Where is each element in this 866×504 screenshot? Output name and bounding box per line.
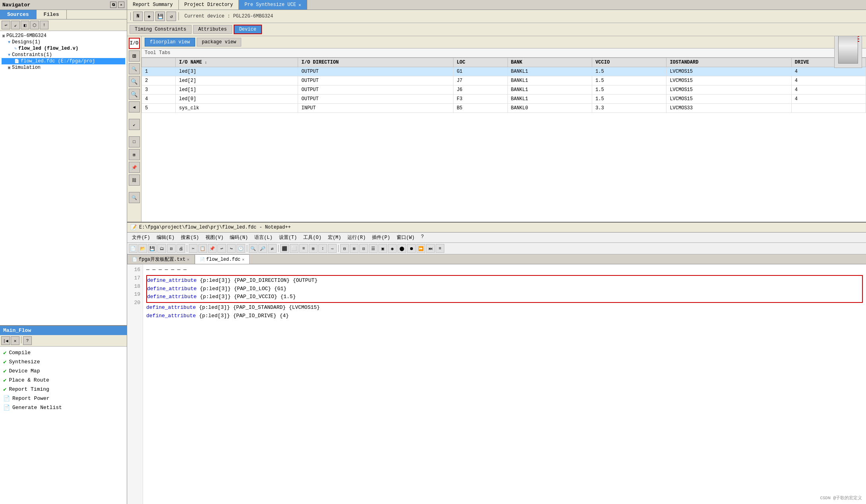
menu-search[interactable]: 搜索(S) — [178, 233, 202, 242]
flow-report-timing[interactable]: ✔ Report Timing — [2, 385, 125, 394]
tb-warn-btn[interactable]: ! — [40, 21, 48, 29]
pin-btn[interactable]: 📌 — [129, 162, 140, 173]
io-table-row[interactable]: 2 led[2] OUTPUT J7 BANKL1 1.5 LVCMOS15 4 — [142, 76, 866, 85]
io-button[interactable]: I/O — [129, 38, 140, 49]
np-b12[interactable]: ◉ — [388, 244, 397, 253]
restore-btn[interactable]: ⧉ — [110, 2, 116, 8]
tree-simulation[interactable]: ▣ Simulation — [2, 64, 125, 71]
flow-report-power[interactable]: 📄 Report Power — [2, 394, 125, 403]
np-print[interactable]: 🖨 — [176, 244, 185, 253]
filetab-fdc-close[interactable]: ✕ — [242, 257, 244, 262]
tree-chip[interactable]: ▣ PGL22G-6MBG324 — [2, 33, 125, 39]
np-save[interactable]: 💾 — [148, 244, 157, 253]
tree-designs[interactable]: ▼ Designs(1) — [2, 39, 125, 45]
col-vccio[interactable]: VCCIO — [592, 58, 666, 67]
subtab-timing[interactable]: Timing Constraints — [130, 25, 192, 34]
flow-tb-btn3[interactable]: ? — [23, 336, 32, 345]
menu-edit[interactable]: 编辑(E) — [153, 233, 178, 242]
flow-generate-netlist[interactable]: 📄 Generate Netlist — [2, 403, 125, 412]
col-ioname[interactable]: I/O NAME ↕ — [176, 58, 298, 67]
menu-tools[interactable]: 工具(O) — [300, 233, 325, 242]
zoom-in-btn[interactable]: 🔍 — [129, 63, 140, 74]
io-table-row[interactable]: 3 led[1] OUTPUT J6 BANKL1 1.5 LVCMOS15 4 — [142, 85, 866, 95]
filetab-fdc[interactable]: 📄 flow_led.fdc ✕ — [195, 254, 250, 264]
flow-device-map[interactable]: ✔ Device Map — [2, 366, 125, 376]
np-b3[interactable]: ≡ — [299, 244, 308, 253]
flow-tb-btn1[interactable]: |◀ — [1, 336, 10, 345]
zoom-fit-btn[interactable]: ⊞ — [129, 50, 140, 62]
io-table-row[interactable]: 4 led[0] OUTPUT F3 BANKL1 1.5 LVCMOS15 4 — [142, 95, 866, 104]
np-b16[interactable]: ⏭ — [426, 244, 435, 253]
np-cut[interactable]: ✂ — [189, 244, 198, 253]
np-b14[interactable]: ⏺ — [407, 244, 416, 253]
np-b7[interactable]: ⊟ — [340, 244, 349, 253]
tb-view-btn[interactable]: ◧ — [21, 21, 29, 29]
link-btn[interactable]: ⛓ — [129, 174, 140, 186]
np-b8[interactable]: ⊠ — [350, 244, 358, 253]
np-b2[interactable]: ⬜ — [290, 244, 298, 253]
menu-view[interactable]: 视图(V) — [202, 233, 227, 242]
filetab-config-close[interactable]: ✕ — [187, 257, 190, 262]
np-open[interactable]: 📂 — [138, 244, 147, 253]
uce-btn-refresh[interactable]: ↺ — [167, 12, 176, 21]
np-replace[interactable]: ⇄ — [268, 244, 277, 253]
subtab-attributes[interactable]: Attributes — [193, 25, 232, 34]
np-copy[interactable]: 📋 — [198, 244, 207, 253]
menu-plugin[interactable]: 插件(P) — [369, 233, 393, 242]
col-loc[interactable]: LOC — [453, 58, 508, 67]
tb-add-btn[interactable]: ⬡ — [30, 21, 39, 29]
flow-tb-btn2[interactable]: ✕ — [11, 336, 19, 345]
search-btn[interactable]: 🔍 — [129, 192, 140, 203]
np-paste[interactable]: 📌 — [208, 244, 217, 253]
np-redo[interactable]: ↪ — [227, 244, 236, 253]
menu-encode[interactable]: 编码(N) — [227, 233, 251, 242]
col-direction[interactable]: I/O DIRECTION — [298, 58, 453, 67]
tb-down-btn[interactable]: ↙ — [11, 21, 20, 29]
view-package[interactable]: package view — [197, 38, 241, 47]
np-find[interactable]: 🔍 — [249, 244, 258, 253]
uce-btn-diamond[interactable]: ◆ — [144, 12, 154, 21]
menu-macro[interactable]: 宏(M) — [325, 233, 345, 242]
np-close[interactable]: ⊡ — [167, 244, 176, 253]
col-iostandard[interactable]: IOSTANDARD — [666, 58, 791, 67]
np-findnext[interactable]: 🔎 — [258, 244, 267, 253]
io-table-row[interactable]: 5 sys_clk INPUT B5 BANKL0 3.3 LVCMOS33 — [142, 104, 866, 113]
tab-project-directory[interactable]: Project Directory — [179, 0, 239, 10]
np-b13[interactable]: ⬤ — [397, 244, 406, 253]
menu-lang[interactable]: 语言(L) — [251, 233, 276, 242]
filetab-config[interactable]: 📄 fpga开发板配置.txt ✕ — [127, 254, 195, 264]
subtab-device[interactable]: Device — [234, 25, 262, 34]
tree-fdc-file[interactable]: 📄 flow_led.fdc (E:/fpga/proj — [2, 58, 125, 64]
flow-place-route[interactable]: ✔ Place & Route — [2, 376, 125, 385]
menu-run[interactable]: 运行(R) — [344, 233, 369, 242]
np-b11[interactable]: ▣ — [378, 244, 387, 253]
tb-back-btn[interactable]: ↩ — [2, 21, 10, 29]
np-b5[interactable]: ↕ — [318, 244, 327, 253]
np-b4[interactable]: ⊞ — [309, 244, 318, 253]
np-undo[interactable]: ↩ — [217, 244, 226, 253]
io-table-row[interactable]: 1 led[3] OUTPUT G1 BANKL1 1.5 LVCMOS15 4 — [142, 67, 866, 76]
np-new[interactable]: 📄 — [129, 244, 138, 253]
np-history[interactable]: 🕐 — [236, 244, 245, 253]
col-bank[interactable]: BANK — [508, 58, 592, 67]
menu-file[interactable]: 文件(F) — [129, 233, 153, 242]
flow-synthesize[interactable]: ✔ Synthesize — [2, 357, 125, 366]
select-btn[interactable]: 🔍 — [129, 89, 140, 100]
square-btn[interactable]: □ — [129, 136, 140, 147]
np-b9[interactable]: ⊡ — [359, 244, 368, 253]
grid-btn[interactable]: ⊞ — [129, 149, 140, 160]
np-saveall[interactable]: 🗂 — [157, 244, 166, 253]
np-b1[interactable]: ⬛ — [280, 244, 289, 253]
menu-settings[interactable]: 设置(T) — [276, 233, 300, 242]
np-b6[interactable]: ⇨ — [328, 244, 337, 253]
tab-pre-synthesize-uce[interactable]: Pre Synthesize UCE ✕ — [239, 0, 307, 10]
np-b15[interactable]: ⏩ — [417, 244, 425, 253]
menu-window[interactable]: 窗口(W) — [393, 233, 418, 242]
uce-tab-close-btn[interactable]: ✕ — [298, 2, 301, 8]
arrow-sub-btn[interactable]: ↙ — [129, 119, 140, 130]
tab-sources[interactable]: Sources — [0, 10, 37, 19]
view-floorplan[interactable]: floorplan view — [145, 38, 195, 47]
tree-constraints[interactable]: ▼ Constraints(1) — [2, 52, 125, 58]
flow-compile[interactable]: ✔ Compile — [2, 348, 125, 357]
uce-btn-n[interactable]: N — [133, 12, 143, 21]
